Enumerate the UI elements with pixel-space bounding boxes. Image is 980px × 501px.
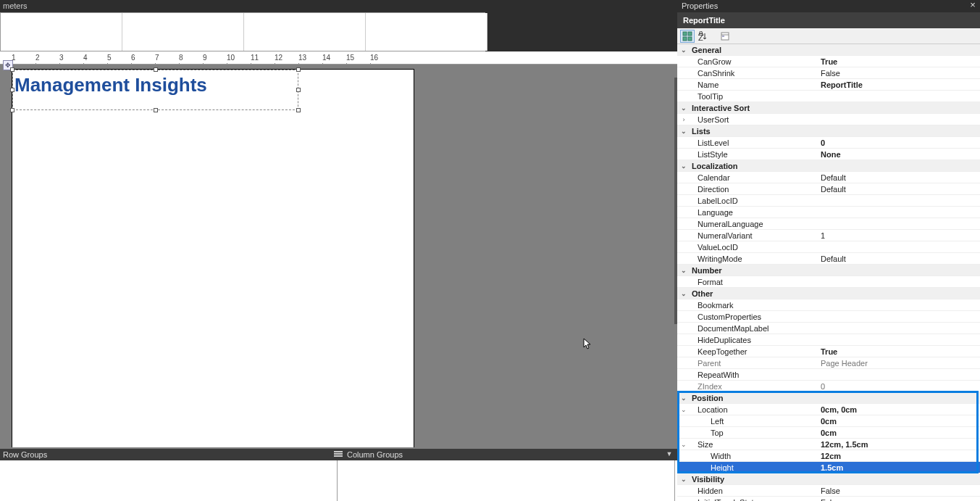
property-value[interactable]: Default: [818, 183, 980, 194]
property-row[interactable]: ⌄Location0cm, 0cm: [677, 404, 980, 415]
chevron-down-icon[interactable]: ⌄: [677, 439, 690, 450]
alphabetical-view-button[interactable]: AZ: [696, 30, 711, 43]
property-row[interactable]: CanGrowTrue: [677, 56, 980, 67]
property-row[interactable]: NumeralLanguage: [677, 218, 980, 230]
row-groups-header[interactable]: Row Groups: [0, 450, 330, 459]
design-surface[interactable]: 12345678910111213141516 ✥ Management Ins…: [0, 51, 677, 449]
property-value[interactable]: [818, 299, 980, 310]
report-page[interactable]: ✥ Management Insights: [12, 69, 414, 447]
resize-handle[interactable]: [10, 67, 14, 72]
chevron-down-icon[interactable]: ⌄: [677, 160, 690, 171]
property-value[interactable]: 0cm, 0cm: [818, 404, 980, 415]
close-icon[interactable]: ×: [968, 1, 977, 9]
property-value[interactable]: [818, 311, 980, 322]
property-row[interactable]: ValueLocID: [677, 241, 980, 253]
resize-handle[interactable]: [296, 88, 301, 92]
property-row[interactable]: ⌄Size12cm, 1.5cm: [677, 439, 980, 450]
resize-handle[interactable]: [10, 88, 14, 92]
property-value[interactable]: [818, 91, 980, 102]
property-value[interactable]: 0cm: [818, 415, 980, 426]
property-value[interactable]: [818, 207, 980, 218]
chevron-down-icon[interactable]: ⌄: [677, 102, 690, 113]
property-value[interactable]: Default: [818, 253, 980, 264]
property-row[interactable]: KeepTogetherTrue: [677, 346, 980, 357]
property-category[interactable]: ⌄Lists: [677, 125, 980, 137]
property-row[interactable]: Language: [677, 207, 980, 218]
property-value[interactable]: False: [818, 485, 980, 496]
property-value[interactable]: [818, 218, 980, 229]
property-value[interactable]: [818, 276, 980, 287]
property-row[interactable]: DirectionDefault: [677, 183, 980, 195]
property-value[interactable]: 0: [818, 381, 980, 392]
property-row[interactable]: NumeralVariant1: [677, 230, 980, 241]
chevron-down-icon[interactable]: ⌄: [677, 404, 690, 415]
param-cell[interactable]: [122, 13, 244, 51]
column-groups-area[interactable]: [338, 460, 675, 501]
property-row[interactable]: HideDuplicates: [677, 334, 980, 346]
property-category[interactable]: ⌄General: [677, 44, 980, 56]
property-row[interactable]: LabelLocID: [677, 195, 980, 207]
groups-dropdown-icon[interactable]: ▼: [664, 450, 674, 459]
property-category[interactable]: ⌄Interactive Sort: [677, 102, 980, 114]
property-row[interactable]: HiddenFalse: [677, 485, 980, 497]
property-value[interactable]: [818, 323, 980, 334]
property-row[interactable]: Top0cm: [677, 427, 980, 439]
property-value[interactable]: ReportTitle: [818, 79, 980, 90]
property-value[interactable]: 12cm, 1.5cm: [818, 439, 980, 450]
property-row[interactable]: CustomProperties: [677, 311, 980, 323]
column-groups-header[interactable]: Column Groups: [330, 450, 677, 459]
property-value[interactable]: [818, 241, 980, 252]
property-row[interactable]: Left0cm: [677, 415, 980, 427]
properties-titlebar[interactable]: Properties ×: [677, 0, 980, 12]
property-value[interactable]: [818, 334, 980, 345]
properties-grid[interactable]: ⌄GeneralCanGrowTrueCanShrinkFalseNameRep…: [677, 44, 980, 501]
chevron-right-icon[interactable]: ›: [677, 114, 690, 125]
property-row[interactable]: RepeatWith: [677, 369, 980, 381]
property-row[interactable]: ›UserSort: [677, 114, 980, 125]
property-row[interactable]: Bookmark: [677, 299, 980, 311]
property-value[interactable]: False: [818, 67, 980, 78]
property-row[interactable]: NameReportTitle: [677, 79, 980, 91]
property-row[interactable]: ParentPage Header: [677, 357, 980, 369]
param-cell[interactable]: [244, 13, 366, 51]
chevron-down-icon[interactable]: ⌄: [677, 288, 690, 299]
property-category[interactable]: ⌄Localization: [677, 160, 980, 172]
chevron-down-icon[interactable]: ⌄: [677, 125, 690, 136]
property-row[interactable]: CalendarDefault: [677, 172, 980, 183]
chevron-down-icon[interactable]: ⌄: [677, 392, 690, 403]
property-value[interactable]: Page Header: [818, 357, 980, 368]
property-pages-button[interactable]: [718, 30, 732, 43]
property-value[interactable]: 1.5cm: [818, 462, 980, 473]
property-category[interactable]: ⌄Other: [677, 288, 980, 299]
property-value[interactable]: 12cm: [818, 450, 980, 461]
row-groups-area[interactable]: [0, 460, 338, 501]
categorized-view-button[interactable]: [680, 30, 695, 43]
property-value[interactable]: True: [818, 56, 980, 67]
property-row[interactable]: InitialToggleStateFalse: [677, 497, 980, 501]
resize-handle[interactable]: [154, 67, 158, 72]
resize-handle[interactable]: [296, 108, 301, 112]
chevron-down-icon[interactable]: ⌄: [677, 265, 690, 276]
property-row[interactable]: ListLevel0: [677, 137, 980, 149]
property-value[interactable]: False: [818, 497, 980, 501]
property-value[interactable]: [818, 369, 980, 380]
property-row[interactable]: CanShrinkFalse: [677, 67, 980, 79]
property-row[interactable]: ListStyleNone: [677, 149, 980, 160]
resize-handle[interactable]: [10, 108, 14, 112]
property-row[interactable]: ZIndex0: [677, 381, 980, 392]
property-value[interactable]: 0cm: [818, 427, 980, 438]
property-row[interactable]: Height1.5cm: [677, 462, 980, 473]
resize-handle[interactable]: [154, 108, 158, 112]
property-row[interactable]: ToolTip: [677, 91, 980, 102]
property-row[interactable]: DocumentMapLabel: [677, 323, 980, 334]
properties-object-name[interactable]: ReportTitle: [677, 12, 980, 28]
resize-handle[interactable]: [296, 67, 301, 72]
property-category[interactable]: ⌄Number: [677, 265, 980, 276]
property-value[interactable]: 0: [818, 137, 980, 148]
textbox-report-title[interactable]: ✥ Management Insights: [12, 70, 298, 110]
chevron-down-icon[interactable]: ⌄: [677, 473, 690, 484]
property-value[interactable]: True: [818, 346, 980, 357]
property-value[interactable]: None: [818, 149, 980, 160]
property-value[interactable]: [818, 195, 980, 206]
chevron-down-icon[interactable]: ⌄: [677, 44, 690, 55]
